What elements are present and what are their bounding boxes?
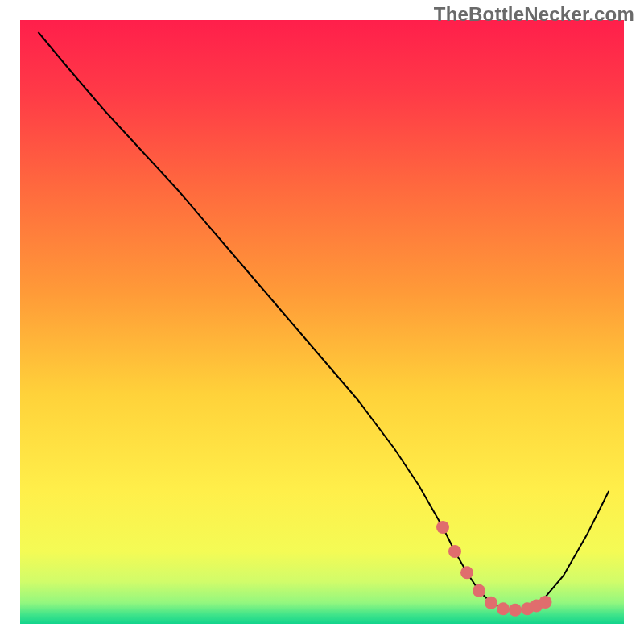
watermark-label: TheBottleNecker.com — [434, 3, 634, 26]
sweet-spot-dot — [436, 521, 449, 534]
sweet-spot-dot — [497, 602, 510, 615]
sweet-spot-dot — [509, 604, 522, 617]
bottleneck-chart: TheBottleNecker.com — [0, 0, 644, 644]
sweet-spot-dot — [460, 566, 473, 579]
plot-svg — [0, 0, 644, 644]
sweet-spot-dot — [448, 545, 461, 558]
sweet-spot-dot — [473, 584, 485, 597]
sweet-spot-dot — [539, 596, 552, 609]
plot-background — [20, 20, 624, 624]
sweet-spot-dot — [485, 597, 497, 609]
